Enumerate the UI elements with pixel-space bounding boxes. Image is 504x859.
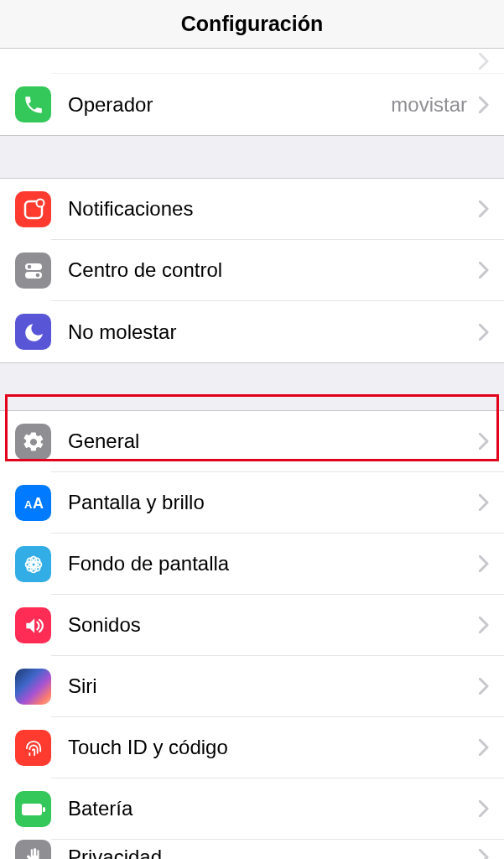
row-wallpaper[interactable]: Fondo de pantalla — [0, 534, 504, 595]
phone-icon — [15, 86, 51, 122]
control-center-icon — [15, 252, 51, 289]
siri-icon — [15, 669, 51, 705]
section-gap — [0, 363, 504, 410]
chevron-right-icon — [479, 433, 489, 450]
settings-group-alerts: Notificaciones Centro de control No mole… — [0, 178, 504, 363]
row-general[interactable]: General — [0, 411, 504, 472]
row-carrier-label: Operador — [68, 93, 391, 117]
row-do-not-disturb-label: No molestar — [68, 320, 479, 344]
wallpaper-icon — [15, 546, 51, 582]
row-touchid-label: Touch ID y código — [68, 736, 479, 759]
svg-point-2 — [37, 200, 43, 206]
battery-icon — [15, 791, 51, 827]
row-carrier[interactable]: Operador movistar — [0, 74, 504, 135]
gear-icon — [15, 424, 51, 460]
row-siri-label: Siri — [68, 674, 479, 698]
page-title: Configuración — [181, 12, 323, 36]
section-gap — [0, 136, 504, 178]
chevron-right-icon — [479, 555, 489, 572]
settings-group-network: Operador movistar — [0, 49, 504, 136]
chevron-right-icon — [479, 324, 489, 341]
row-control-center[interactable]: Centro de control — [0, 240, 504, 301]
row-privacy-label: Privacidad — [68, 846, 479, 859]
settings-group-device: General AA Pantalla y brillo Fondo de pa… — [0, 410, 504, 859]
chevron-right-icon — [479, 262, 489, 279]
row-privacy[interactable]: Privacidad — [0, 840, 504, 859]
row-control-center-label: Centro de control — [68, 258, 479, 282]
speaker-icon — [15, 607, 51, 643]
row-notifications-label: Notificaciones — [68, 197, 479, 221]
row-display-label: Pantalla y brillo — [68, 491, 479, 514]
hand-icon — [15, 840, 51, 860]
notifications-icon — [15, 191, 51, 227]
svg-text:A: A — [24, 498, 33, 511]
chevron-right-icon — [479, 96, 489, 113]
row-general-label: General — [68, 430, 479, 453]
row-display[interactable]: AA Pantalla y brillo — [0, 472, 504, 534]
chevron-right-icon — [479, 494, 489, 511]
text-size-icon: AA — [15, 485, 51, 521]
chevron-right-icon — [479, 849, 489, 859]
chevron-right-icon — [479, 200, 489, 217]
row-wallpaper-label: Fondo de pantalla — [68, 552, 479, 575]
header-bar: Configuración — [0, 0, 504, 49]
row-siri[interactable]: Siri — [0, 656, 504, 717]
moon-icon — [15, 314, 51, 350]
row-notifications[interactable]: Notificaciones — [0, 179, 504, 240]
chevron-right-icon — [479, 739, 489, 756]
row-battery-label: Batería — [68, 797, 479, 820]
row-sounds-label: Sonidos — [68, 613, 479, 637]
chevron-right-icon — [479, 53, 489, 70]
svg-rect-18 — [22, 804, 42, 815]
chevron-right-icon — [479, 678, 489, 695]
row-touchid[interactable]: Touch ID y código — [0, 717, 504, 778]
row-carrier-value: movistar — [391, 93, 467, 117]
chevron-right-icon — [479, 800, 489, 817]
svg-point-6 — [35, 273, 39, 277]
row-hidden-top — [0, 49, 504, 74]
svg-rect-19 — [43, 807, 45, 812]
row-sounds[interactable]: Sonidos — [0, 595, 504, 656]
svg-text:A: A — [33, 495, 44, 512]
chevron-right-icon — [479, 617, 489, 633]
fingerprint-icon — [15, 730, 51, 766]
svg-point-4 — [27, 264, 31, 268]
row-do-not-disturb[interactable]: No molestar — [0, 301, 504, 362]
row-battery[interactable]: Batería — [0, 778, 504, 840]
